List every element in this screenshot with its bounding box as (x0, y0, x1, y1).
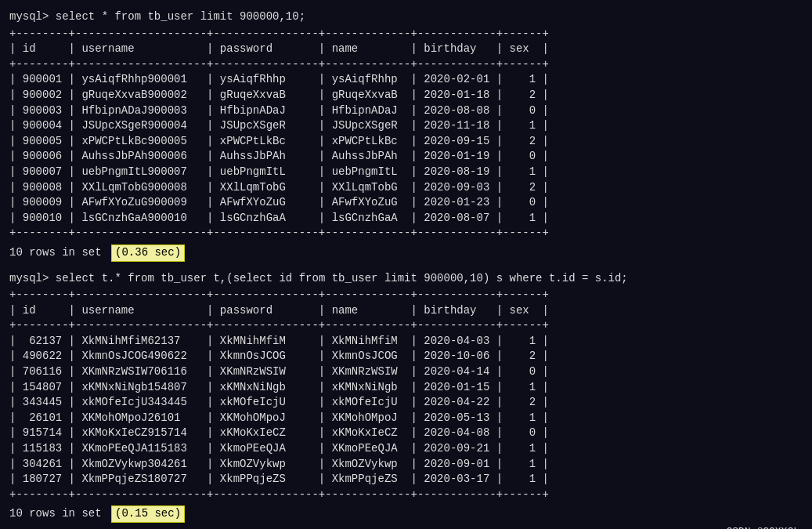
terminal: mysql> select * from tb_user limit 90000… (9, 6, 803, 529)
table1-row-3: | 900004 | JSUpcXSgeR900004 | JSUpcXSgeR… (9, 118, 803, 134)
result1-text: 10 rows in set (9, 245, 108, 261)
table1-row-5: | 900006 | AuhssJbPAh900006 | AuhssJbPAh… (9, 149, 803, 165)
table2-border-top: +--------+--------------------+---------… (9, 288, 803, 303)
result1-line: 10 rows in set (0.36 sec) (9, 245, 803, 262)
table1-row-6: | 900007 | uebPngmItL900007 | uebPngmItL… (9, 165, 803, 180)
table1-row-7: | 900008 | XXlLqmTobG900008 | XXlLqmTobG… (9, 180, 803, 196)
table2-row-6: | 915714 | xKMoKxIeCZ915714 | xKMoKxIeCZ… (9, 426, 803, 441)
table2-row-7: | 115183 | XKmoPEeQJA115183 | XkmoPEeQJA… (9, 441, 803, 457)
table1-row-9: | 900010 | lsGCnzhGaA900010 | lsGCnzhGaA… (9, 211, 803, 226)
query2-line: mysql> select t.* from tb_user t,(select… (9, 271, 803, 287)
table2-row-1: | 490622 | XkmnOsJCOG490622 | XkmnOsJCOG… (9, 349, 803, 364)
table2-row-3: | 154807 | xKMNxNiNgb154807 | xKMNxNiNgb… (9, 380, 803, 396)
table1-row-0: | 900001 | ysAiqfRhhp900001 | ysAiqfRhhp… (9, 72, 803, 88)
table1-border-bot: +--------+--------------------+---------… (9, 226, 803, 241)
result2-timing: (0.15 sec) (111, 505, 185, 523)
table2-row-2: | 706116 | XKmNRzWSIW706116 | XKmNRzWSIW… (9, 364, 803, 380)
result2-text: 10 rows in set (9, 506, 108, 522)
table2-header: | id | username | password | name | birt… (9, 303, 803, 319)
table1-border-mid: +--------+--------------------+---------… (9, 57, 803, 73)
table2-border-mid: +--------+--------------------+---------… (9, 318, 803, 334)
table2-row-9: | 180727 | XkmPPqjeZS180727 | XkmPPqjeZS… (9, 472, 803, 487)
prompt1: mysql> (9, 10, 49, 23)
branding-text: CSDN @CQXXCL (726, 526, 799, 529)
table1-row-1: | 900002 | gRuqeXxvaB900002 | gRuqeXxvaB… (9, 88, 803, 103)
table2-border-bot: +--------+--------------------+---------… (9, 487, 803, 503)
table1-container: +--------+--------------------+---------… (9, 27, 803, 241)
table1-border-top: +--------+--------------------+---------… (9, 27, 803, 42)
table1-row-2: | 900003 | HfbipnADaJ900003 | HfbipnADaJ… (9, 103, 803, 119)
table2-row-8: | 304261 | XkmOZVykwp304261 | XkmOZVykwp… (9, 457, 803, 473)
result1-timing: (0.36 sec) (111, 245, 185, 262)
query2-text: select t.* from tb_user t,(select id fro… (49, 272, 627, 284)
table2-row-4: | 343445 | xkMOfeIcjU343445 | xkMOfeIcjU… (9, 395, 803, 411)
branding: CSDN @CQXXCL (9, 526, 803, 529)
table2-row-0: | 62137 | XkMNihMfiM62137 | XkMNihMfiM |… (9, 334, 803, 350)
result2-line: 10 rows in set (0.15 sec) (9, 505, 803, 523)
prompt2: mysql> (9, 272, 49, 284)
table2-row-5: | 26101 | XKMohOMpoJ26101 | XKMohOMpoJ |… (9, 411, 803, 426)
table1-row-8: | 900009 | AFwfXYoZuG900009 | AFwfXYoZuG… (9, 195, 803, 211)
query1-text: select * from tb_user limit 900000,10; (49, 10, 305, 23)
table1-row-4: | 900005 | xPWCPtLkBc900005 | xPWCPtLkBc… (9, 134, 803, 150)
query1-line: mysql> select * from tb_user limit 90000… (9, 9, 803, 25)
table1-header: | id | username | password | name | birt… (9, 42, 803, 57)
table2-container: +--------+--------------------+---------… (9, 288, 803, 502)
